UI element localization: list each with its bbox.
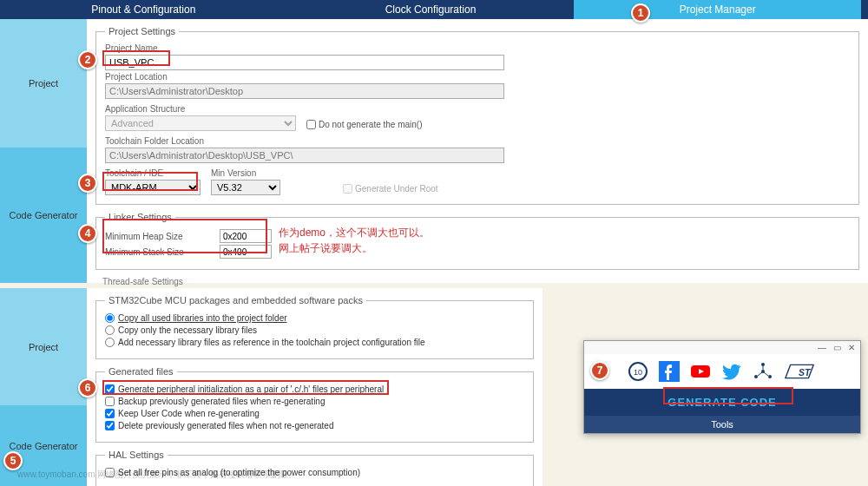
no-main-checkbox[interactable]: Do not generate the main()	[306, 120, 423, 129]
top-content: Project Settings Project Name Project Lo…	[87, 19, 868, 283]
gen-opt4[interactable]: Delete previously generated files when n…	[105, 421, 524, 430]
tab-pinout[interactable]: Pinout & Configuration	[0, 0, 287, 19]
packages-legend: STM32Cube MCU packages and embedded soft…	[105, 295, 366, 305]
watermark-text: www.toymoban.com 网络图片仅供展示，非工具，如有侵权请联系删除。	[17, 469, 297, 481]
hal-legend: HAL Settings	[105, 450, 168, 460]
toolchain-folder-label: Toolchain Folder Location	[105, 136, 850, 146]
social-icons-row: 10 ST	[584, 354, 860, 389]
bottom-content: STM32Cube MCU packages and embedded soft…	[87, 288, 542, 486]
svg-text:ST: ST	[799, 368, 812, 378]
maximize-icon[interactable]: ▭	[833, 343, 841, 352]
annotation-line1: 作为demo，这个不调大也可以。	[279, 226, 430, 240]
main-tabs: Pinout & Configuration Clock Configurati…	[0, 0, 868, 19]
heap-input[interactable]	[220, 229, 272, 243]
pkg-opt1[interactable]: Copy all used libraries into the project…	[105, 313, 524, 323]
packages-fieldset: STM32Cube MCU packages and embedded soft…	[95, 295, 534, 359]
svg-point-4	[761, 363, 765, 366]
toolchain-select[interactable]: MDK-ARM	[105, 180, 201, 195]
linker-legend: Linker Settings	[105, 212, 175, 222]
sidebar-item-code-generator[interactable]: Code Generator	[0, 148, 87, 283]
pkg-opt3[interactable]: Add necessary library files as reference…	[105, 338, 524, 347]
project-settings-fieldset: Project Settings Project Name Project Lo…	[95, 26, 859, 205]
gen-opt2[interactable]: Backup previously generated files when r…	[105, 397, 524, 406]
marker-1: 1	[631, 3, 650, 23]
generate-code-button[interactable]: GENERATE CODE	[584, 389, 860, 416]
min-version-select[interactable]: V5.32	[211, 180, 280, 195]
tab-clock[interactable]: Clock Configuration	[287, 0, 575, 19]
project-name-label: Project Name	[105, 43, 850, 53]
tools-bar[interactable]: Tools	[584, 416, 860, 433]
marker-7: 7	[590, 361, 609, 380]
marker-6: 6	[78, 378, 97, 397]
svg-text:10: 10	[634, 368, 642, 377]
popup-titlebar: — ▭ ✕	[584, 341, 860, 354]
generate-popup: — ▭ ✕ 10 ST GENERATE CODE Tools	[583, 340, 861, 434]
marker-4: 4	[78, 224, 97, 243]
svg-point-5	[754, 375, 758, 378]
sidebar-item-project[interactable]: Project	[0, 19, 87, 148]
marker-3: 3	[78, 174, 97, 193]
toolchain-label: Toolchain / IDE	[105, 168, 201, 178]
stack-input[interactable]	[220, 245, 272, 259]
marker-5: 5	[3, 451, 23, 470]
heap-label: Minimum Heap Size	[105, 232, 209, 241]
youtube-icon[interactable]	[690, 361, 711, 382]
st-logo-icon[interactable]: ST	[784, 361, 817, 382]
thread-safe-label: Thread-safe Settings	[102, 277, 859, 286]
generated-files-legend: Generated files	[105, 366, 177, 377]
gen-opt1[interactable]: Generate peripheral initialization as a …	[105, 384, 524, 394]
facebook-icon[interactable]	[659, 361, 680, 382]
twitter-icon[interactable]	[721, 361, 742, 382]
svg-point-6	[768, 375, 772, 378]
app-structure-select: Advanced	[105, 115, 296, 131]
close-icon[interactable]: ✕	[848, 343, 855, 352]
sidebar-item-project-2[interactable]: Project	[0, 288, 87, 405]
minimize-icon[interactable]: —	[818, 343, 826, 352]
stack-label: Minimum Stack Size	[105, 247, 209, 257]
network-icon[interactable]	[753, 361, 773, 382]
project-location-label: Project Location	[105, 72, 850, 82]
app-structure-label: Application Structure	[105, 104, 296, 114]
gen-under-root-checkbox: Generate Under Root	[343, 184, 438, 194]
gen-opt3[interactable]: Keep User Code when re-generating	[105, 409, 524, 418]
annotation-line2: 网上帖子说要调大。	[279, 241, 372, 256]
sidebar-top: Project Code Generator	[0, 19, 87, 283]
linker-settings-fieldset: Linker Settings Minimum Heap Size Minimu…	[95, 212, 859, 270]
tab-project-manager[interactable]: Project Manager	[574, 0, 861, 19]
generated-files-fieldset: Generated files Generate peripheral init…	[95, 366, 534, 443]
project-settings-legend: Project Settings	[105, 26, 179, 36]
marker-2: 2	[78, 50, 97, 69]
toolchain-folder-input	[105, 148, 504, 163]
badge-icon[interactable]: 10	[628, 361, 648, 382]
project-location-input	[105, 83, 504, 99]
min-version-label: Min Version	[211, 168, 280, 178]
project-name-input[interactable]	[105, 55, 504, 70]
pkg-opt2[interactable]: Copy only the necessary library files	[105, 325, 524, 335]
